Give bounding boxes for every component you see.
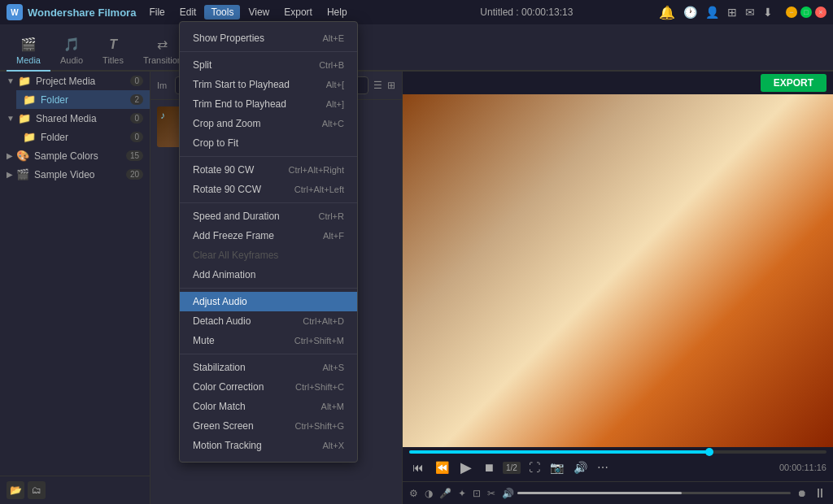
rotate-ccw-shortcut: Ctrl+Alt+Left bbox=[294, 185, 344, 194]
mute-shortcut: Ctrl+Shift+M bbox=[294, 336, 344, 345]
rotate-cw-shortcut: Ctrl+Alt+Right bbox=[289, 165, 344, 175]
menu-clear-keyframes: Clear All Keyframes bbox=[180, 245, 357, 265]
color-correction-label: Color Correction bbox=[193, 381, 264, 393]
crop-zoom-shortcut: Alt+C bbox=[322, 119, 344, 128]
menu-adjust-audio[interactable]: Adjust Audio bbox=[180, 292, 357, 311]
speed-duration-shortcut: Ctrl+R bbox=[319, 211, 344, 221]
menu-detach-audio[interactable]: Detach Audio Ctrl+Alt+D bbox=[180, 311, 357, 331]
menu-group-2: Split Ctrl+B Trim Start to Playhead Alt+… bbox=[180, 52, 357, 157]
menu-rotate-ccw[interactable]: Rotate 90 CCW Ctrl+Alt+Left bbox=[180, 180, 357, 199]
split-label: Split bbox=[193, 59, 212, 71]
color-match-label: Color Match bbox=[193, 401, 246, 412]
add-animation-label: Add Animation bbox=[193, 269, 255, 280]
rotate-ccw-label: Rotate 90 CCW bbox=[193, 184, 261, 195]
menu-speed-duration[interactable]: Speed and Duration Ctrl+R bbox=[180, 206, 357, 226]
motion-tracking-shortcut: Alt+X bbox=[322, 441, 344, 450]
menu-group-5: Adjust Audio Detach Audio Ctrl+Alt+D Mut… bbox=[180, 289, 357, 354]
color-correction-shortcut: Ctrl+Shift+C bbox=[295, 382, 344, 392]
detach-audio-label: Detach Audio bbox=[193, 315, 251, 327]
menu-crop-zoom[interactable]: Crop and Zoom Alt+C bbox=[180, 114, 357, 133]
trim-start-shortcut: Alt+[ bbox=[326, 80, 344, 89]
trim-start-label: Trim Start to Playhead bbox=[193, 79, 290, 90]
show-properties-shortcut: Alt+E bbox=[322, 33, 344, 43]
menu-crop-fit[interactable]: Crop to Fit bbox=[180, 133, 357, 153]
menu-trim-end[interactable]: Trim End to Playhead Alt+] bbox=[180, 94, 357, 114]
crop-fit-label: Crop to Fit bbox=[193, 137, 238, 149]
green-screen-label: Green Screen bbox=[193, 420, 254, 432]
menu-rotate-cw[interactable]: Rotate 90 CW Ctrl+Alt+Right bbox=[180, 160, 357, 180]
motion-tracking-label: Motion Tracking bbox=[193, 440, 262, 451]
dropdown-overlay[interactable] bbox=[0, 0, 833, 504]
tools-menu: Show Properties Alt+E Split Ctrl+B Trim … bbox=[179, 21, 358, 463]
menu-group-4: Speed and Duration Ctrl+R Add Freeze Fra… bbox=[180, 203, 357, 289]
trim-end-label: Trim End to Playhead bbox=[193, 98, 286, 110]
menu-trim-start[interactable]: Trim Start to Playhead Alt+[ bbox=[180, 75, 357, 94]
menu-group-3: Rotate 90 CW Ctrl+Alt+Right Rotate 90 CC… bbox=[180, 157, 357, 203]
split-shortcut: Ctrl+B bbox=[319, 60, 344, 70]
mute-label: Mute bbox=[193, 335, 215, 346]
color-match-shortcut: Alt+M bbox=[321, 402, 344, 411]
freeze-frame-label: Add Freeze Frame bbox=[193, 230, 274, 241]
adjust-audio-label: Adjust Audio bbox=[193, 296, 247, 307]
menu-green-screen[interactable]: Green Screen Ctrl+Shift+G bbox=[180, 416, 357, 436]
menu-mute[interactable]: Mute Ctrl+Shift+M bbox=[180, 331, 357, 350]
freeze-frame-shortcut: Alt+F bbox=[323, 231, 344, 241]
menu-freeze-frame[interactable]: Add Freeze Frame Alt+F bbox=[180, 226, 357, 245]
menu-show-properties[interactable]: Show Properties Alt+E bbox=[180, 28, 357, 48]
green-screen-shortcut: Ctrl+Shift+G bbox=[294, 421, 344, 431]
speed-duration-label: Speed and Duration bbox=[193, 211, 280, 222]
rotate-cw-label: Rotate 90 CW bbox=[193, 164, 254, 176]
show-properties-label: Show Properties bbox=[193, 33, 264, 44]
menu-add-animation[interactable]: Add Animation bbox=[180, 265, 357, 285]
menu-stabilization[interactable]: Stabilization Alt+S bbox=[180, 358, 357, 377]
trim-end-shortcut: Alt+] bbox=[326, 99, 344, 109]
menu-split[interactable]: Split Ctrl+B bbox=[180, 55, 357, 75]
menu-group-6: Stabilization Alt+S Color Correction Ctr… bbox=[180, 354, 357, 458]
stabilization-label: Stabilization bbox=[193, 362, 246, 373]
menu-group-1: Show Properties Alt+E bbox=[180, 25, 357, 52]
detach-audio-shortcut: Ctrl+Alt+D bbox=[303, 316, 344, 326]
menu-color-correction[interactable]: Color Correction Ctrl+Shift+C bbox=[180, 377, 357, 397]
menu-motion-tracking[interactable]: Motion Tracking Alt+X bbox=[180, 436, 357, 455]
crop-zoom-label: Crop and Zoom bbox=[193, 118, 260, 129]
menu-color-match[interactable]: Color Match Alt+M bbox=[180, 397, 357, 416]
clear-keyframes-label: Clear All Keyframes bbox=[193, 250, 278, 261]
stabilization-shortcut: Alt+S bbox=[322, 363, 344, 372]
